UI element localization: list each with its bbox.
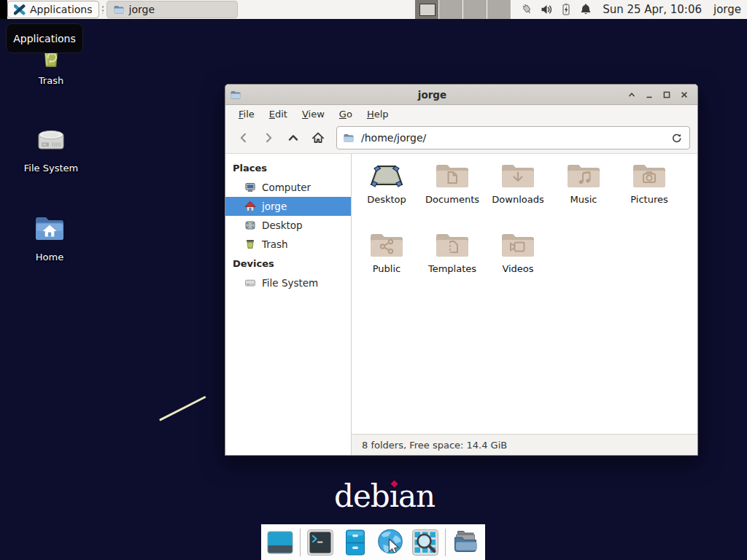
dock-app-finder-button[interactable] (410, 527, 441, 558)
up-button[interactable] (281, 126, 306, 149)
desktop-icon-label: Trash (39, 75, 63, 86)
desktop-icon-label: File System (24, 163, 78, 174)
notifications-bell-icon[interactable] (579, 3, 592, 16)
templates-folder-icon (435, 230, 470, 260)
close-button[interactable] (676, 86, 693, 104)
dock-show-desktop-button[interactable] (265, 527, 295, 558)
dock-file-cabinet-button[interactable] (340, 527, 371, 558)
sidebar-item-label: jorge (262, 201, 287, 212)
system-tray (520, 3, 592, 16)
folder-pictures[interactable]: Pictures (616, 161, 682, 230)
sidebar-item-label: Desktop (262, 219, 303, 231)
menu-file[interactable]: File (231, 106, 262, 122)
folder-label: Videos (502, 263, 533, 274)
minimize-button[interactable] (640, 86, 658, 104)
menu-view[interactable]: View (295, 106, 332, 122)
path-bar (336, 126, 690, 149)
maximize-button[interactable] (658, 86, 676, 104)
dock-separator (300, 529, 301, 556)
folder-icon (113, 4, 125, 15)
panel-handle[interactable] (101, 5, 104, 14)
trash-icon (244, 238, 256, 250)
panel-username[interactable]: jorge (713, 3, 741, 16)
sidebar-item-trash[interactable]: Trash (225, 235, 351, 254)
applications-tooltip-label: Applications (13, 33, 76, 44)
folder-videos[interactable]: Videos (485, 230, 551, 300)
dock-file-manager-button[interactable] (450, 527, 481, 558)
forward-button[interactable] (256, 126, 281, 149)
menu-bar: File Edit View Go Help (225, 105, 697, 122)
folder-desktop[interactable]: Desktop (354, 161, 419, 230)
sidebar: Places Computer jorge Desktop Trash (225, 154, 352, 455)
home-icon (244, 201, 256, 212)
menu-go[interactable]: Go (332, 106, 360, 122)
home-button[interactable] (306, 126, 330, 149)
workspace-switcher (415, 0, 511, 19)
folder-public[interactable]: Public (354, 230, 419, 300)
desktop-icon (244, 219, 256, 231)
dock-separator (445, 529, 446, 556)
window-titlebar[interactable]: jorge (225, 85, 697, 105)
reload-button[interactable] (669, 131, 684, 145)
public-folder-icon (369, 230, 404, 260)
sidebar-item-jorge[interactable]: jorge (225, 197, 351, 216)
folder-stack-icon (451, 528, 480, 557)
window-title: jorge (241, 89, 623, 101)
file-grid: Desktop Documents Downloads Music (352, 154, 697, 434)
folder-label: Templates (428, 263, 476, 274)
drive-icon (244, 277, 256, 289)
path-input[interactable] (360, 131, 669, 144)
dock-web-browser-button[interactable] (375, 527, 406, 558)
file-manager-window: jorge File Edit View Go Help (225, 84, 698, 456)
menu-help[interactable]: Help (360, 106, 396, 122)
sidebar-item-computer[interactable]: Computer (225, 178, 351, 197)
back-button[interactable] (231, 126, 256, 149)
videos-folder-icon (500, 230, 535, 260)
sidebar-item-label: File System (262, 277, 318, 289)
terminal-icon (306, 528, 335, 557)
applications-menu-button[interactable]: Applications (7, 1, 99, 18)
menu-edit[interactable]: Edit (262, 106, 295, 122)
logo-i: ı (390, 480, 398, 513)
desktop-surface-icon (369, 161, 404, 190)
folder-documents[interactable]: Documents (419, 161, 485, 230)
stray-line-artifact (159, 396, 206, 421)
dock-terminal-button[interactable] (305, 527, 336, 558)
sidebar-item-file-system[interactable]: File System (225, 273, 351, 292)
workspace-4[interactable] (487, 0, 511, 19)
folder-downloads[interactable]: Downloads (485, 161, 551, 230)
sidebar-item-label: Trash (262, 238, 288, 250)
workspace-3[interactable] (463, 0, 487, 19)
workspace-2[interactable] (439, 0, 463, 19)
shade-button[interactable] (623, 86, 640, 104)
network-icon[interactable] (520, 3, 533, 16)
folder-label: Downloads (492, 194, 543, 205)
path-folder-icon (343, 132, 355, 144)
dock (261, 524, 485, 560)
sidebar-header-places: Places (225, 158, 351, 178)
panel-clock[interactable]: Sun 25 Apr, 10:06 (603, 3, 702, 16)
folder-music[interactable]: Music (551, 161, 616, 230)
desktop-icon-file-system[interactable]: File System (16, 122, 86, 174)
volume-icon[interactable] (540, 3, 553, 16)
desktop-icon-home[interactable]: Home (15, 211, 85, 262)
taskbar-window-label: jorge (129, 4, 155, 15)
status-text: 8 folders, Free space: 14.4 GiB (362, 440, 507, 451)
web-browser-globe-icon (375, 527, 406, 558)
panel-edge (0, 0, 7, 19)
window-folder-icon (230, 89, 241, 101)
folder-label: Pictures (630, 194, 667, 205)
home-folder-icon (32, 211, 67, 246)
workspace-1[interactable] (415, 0, 439, 19)
sidebar-item-label: Computer (262, 182, 311, 193)
taskbar-window-button[interactable]: jorge (107, 1, 238, 18)
desktop-icon-label: Home (36, 252, 63, 262)
applications-menu-label: Applications (30, 4, 93, 15)
folder-templates[interactable]: Templates (419, 230, 485, 300)
sidebar-item-desktop[interactable]: Desktop (225, 216, 351, 235)
top-panel: Applications jorge Sun 25 Apr, 10:06 jor… (0, 0, 747, 19)
pictures-folder-icon (632, 161, 667, 190)
file-cabinet-icon (341, 528, 370, 557)
logo-text: deb (334, 478, 390, 514)
battery-icon[interactable] (560, 3, 573, 16)
